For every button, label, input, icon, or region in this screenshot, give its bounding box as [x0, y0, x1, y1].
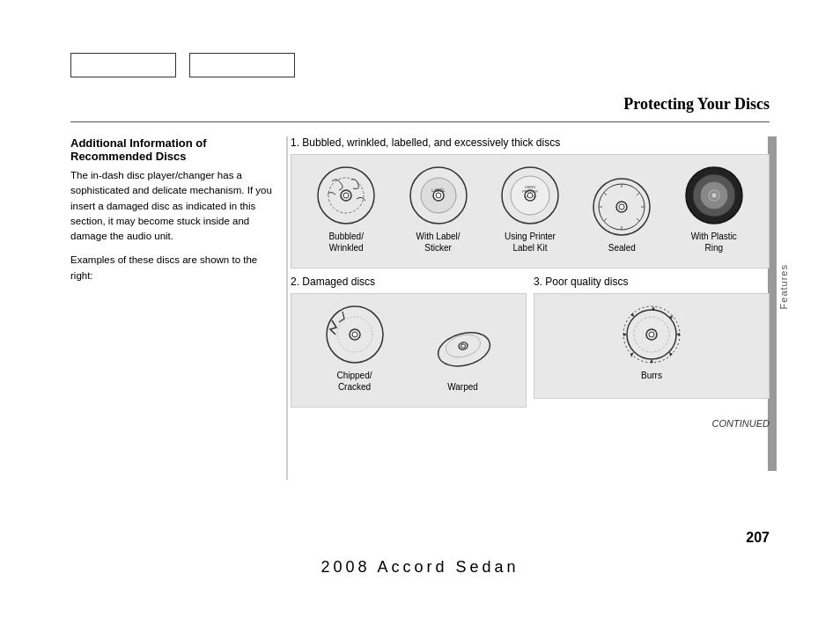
disc-item-printer: USING PRINTER LABEL Using PrinterLabel K… — [495, 164, 565, 254]
svg-point-29 — [619, 204, 624, 210]
body-text-2: Examples of these discs are shown to the… — [70, 253, 282, 283]
svg-point-8 — [436, 193, 441, 198]
page-title: Protecting Your Discs — [623, 95, 770, 114]
page-number: 207 — [746, 530, 770, 546]
disc-label-icon: LABEL — [407, 164, 470, 227]
footer-title: 2008 Accord Sedan — [321, 558, 519, 577]
section3-disc-row: Burrs — [543, 303, 760, 386]
svg-point-47 — [649, 332, 654, 337]
svg-line-22 — [637, 193, 639, 195]
disc-bubbled-icon — [314, 164, 378, 227]
disc-bubbled-label: Bubbled/Wrinkled — [328, 231, 363, 254]
section1-disc-row: Bubbled/Wrinkled LABEL With Label/Sticke… — [300, 164, 760, 259]
nav-box-1[interactable] — [70, 53, 176, 77]
disc-warped-label: Warped — [447, 381, 478, 393]
svg-point-3 — [343, 193, 349, 198]
section-heading: Additional Information of Recommended Di… — [70, 136, 282, 163]
disc-burrs-icon — [620, 303, 683, 366]
features-label: Features — [778, 264, 789, 309]
svg-point-17 — [527, 193, 533, 198]
section2: 2. Damaged discs Chipped/Cracked — [291, 276, 527, 415]
svg-line-24 — [637, 218, 639, 221]
body-text-1: The in-dash disc player/changer has a so… — [70, 168, 282, 244]
right-column: 1. Bubbled, wrinkled, labelled, and exce… — [291, 136, 770, 429]
disc-chipped-icon — [323, 303, 387, 366]
continued-label: CONTINUED — [291, 418, 770, 429]
disc-item-warped: Warped — [428, 314, 498, 393]
section2-disc-box: Chipped/Cracked Warped — [291, 293, 527, 408]
svg-line-26 — [604, 218, 607, 221]
top-nav — [70, 53, 295, 77]
section1-label: 1. Bubbled, wrinkled, labelled, and exce… — [291, 136, 770, 149]
section1-disc-box: Bubbled/Wrinkled LABEL With Label/Sticke… — [291, 154, 770, 268]
title-divider — [70, 121, 770, 122]
svg-point-42 — [461, 343, 466, 348]
svg-point-34 — [711, 193, 717, 198]
disc-item-plastic-ring: With PlasticRing — [679, 164, 749, 254]
svg-line-28 — [604, 193, 607, 195]
disc-warped-icon — [431, 314, 495, 378]
svg-point-38 — [352, 332, 357, 337]
section3-disc-box: Burrs — [534, 293, 770, 399]
section3: 3. Poor quality discs — [534, 276, 770, 415]
disc-item-bubbled: Bubbled/Wrinkled — [311, 164, 381, 254]
section2-label: 2. Damaged discs — [291, 276, 527, 288]
bottom-sections: 2. Damaged discs Chipped/Cracked — [291, 276, 770, 415]
disc-label-label: With Label/Sticker — [416, 231, 461, 254]
section3-label: 3. Poor quality discs — [534, 276, 770, 288]
disc-plastic-ring-label: With PlasticRing — [691, 231, 737, 254]
disc-item-burrs: Burrs — [616, 303, 687, 381]
disc-sealed-label: Sealed — [608, 242, 636, 254]
disc-item-label: LABEL With Label/Sticker — [403, 164, 474, 254]
svg-text:LABEL: LABEL — [431, 188, 446, 193]
disc-burrs-label: Burrs — [641, 370, 662, 381]
disc-printer-icon: USING PRINTER LABEL — [498, 164, 562, 227]
disc-item-chipped: Chipped/Cracked — [320, 303, 390, 393]
section2-disc-row: Chipped/Cracked Warped — [300, 303, 517, 398]
vertical-divider — [286, 136, 288, 480]
left-column: Additional Information of Recommended Di… — [70, 136, 282, 292]
disc-item-sealed: Sealed — [586, 175, 657, 254]
disc-sealed-icon — [590, 175, 653, 239]
disc-chipped-label: Chipped/Cracked — [336, 370, 372, 393]
disc-printer-label: Using PrinterLabel Kit — [505, 231, 556, 254]
disc-plastic-ring-icon — [682, 164, 746, 227]
nav-box-2[interactable] — [189, 53, 295, 77]
